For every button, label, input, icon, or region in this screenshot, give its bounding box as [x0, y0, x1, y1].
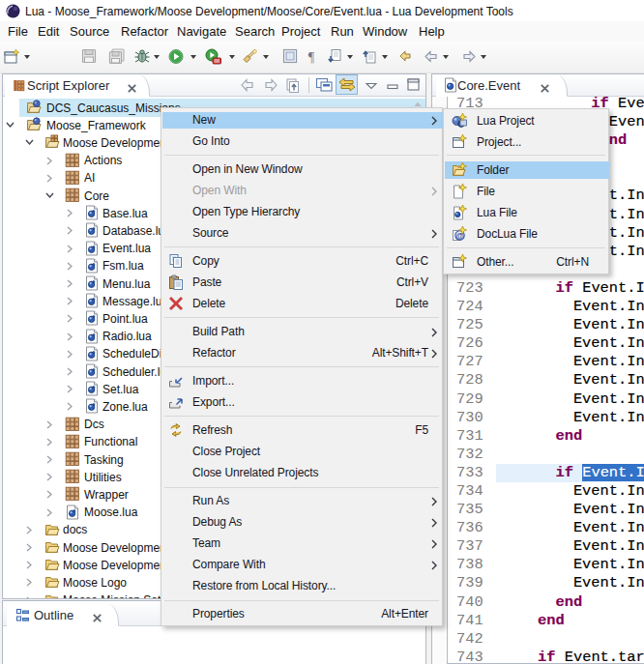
svg-text:¶: ¶ — [308, 50, 315, 65]
